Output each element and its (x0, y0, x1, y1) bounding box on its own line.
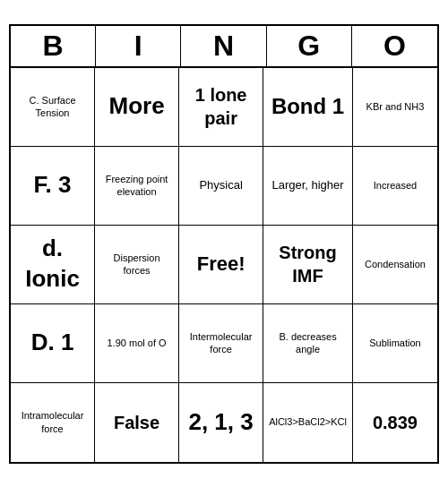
bingo-cell: D. 1 (11, 304, 95, 383)
bingo-cell: Condensation (353, 226, 437, 304)
bingo-cell: C. Surface Tension (11, 68, 95, 147)
bingo-cell: Sublimation (353, 304, 437, 383)
bingo-cell: False (95, 383, 179, 462)
bingo-cell: Strong IMF (263, 226, 353, 304)
bingo-cell: Bond 1 (263, 68, 353, 147)
bingo-cell: 1.90 mol of O (95, 304, 179, 383)
bingo-cell: B. decreases angle (263, 304, 353, 383)
bingo-header: BINGO (11, 26, 437, 68)
bingo-cell: Intramolecular force (11, 383, 95, 462)
bingo-cell: Larger, higher (263, 147, 353, 226)
bingo-cell: More (95, 68, 179, 147)
bingo-cell: Increased (353, 147, 437, 226)
bingo-cell: 0.839 (353, 383, 437, 462)
header-letter: I (96, 26, 181, 66)
bingo-cell: F. 3 (11, 147, 95, 226)
bingo-cell: KBr and NH3 (353, 68, 437, 147)
bingo-cell: Physical (179, 147, 263, 226)
bingo-card: BINGO C. Surface TensionMore1 lone pairB… (9, 24, 439, 464)
bingo-cell: Dispersion forces (95, 226, 179, 304)
bingo-cell: 2, 1, 3 (179, 383, 263, 462)
header-letter: G (267, 26, 352, 66)
header-letter: B (11, 26, 96, 66)
header-letter: N (181, 26, 266, 66)
bingo-cell: AlCl3>BaCl2>KCl (263, 383, 353, 462)
bingo-grid: C. Surface TensionMore1 lone pairBond 1K… (11, 68, 437, 462)
bingo-cell: Freezing point elevation (95, 147, 179, 226)
bingo-cell: d. Ionic (11, 226, 95, 304)
bingo-cell: 1 lone pair (179, 68, 263, 147)
header-letter: O (352, 26, 437, 66)
bingo-cell: Intermolecular force (179, 304, 263, 383)
bingo-cell: Free! (179, 226, 263, 304)
